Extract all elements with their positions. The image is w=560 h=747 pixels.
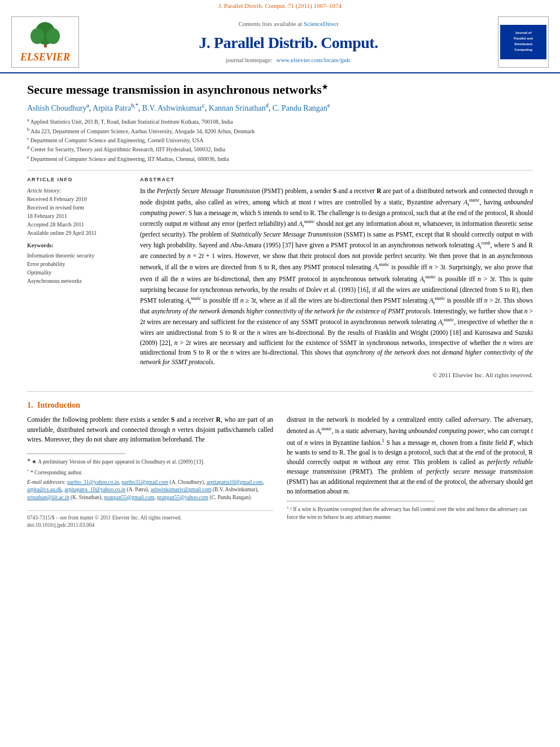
author-rangan: C. Pandu Rangan [272, 104, 327, 112]
main-content: Secure message transmission in asynchron… [0, 73, 560, 541]
intro-two-col: Consider the following problem: there ex… [27, 415, 533, 529]
journal-homepage-line: journal homepage: www.elsevier.com/locat… [226, 56, 351, 64]
title-footnote: ★ [322, 82, 328, 90]
article-info-header: Article Info [27, 176, 129, 184]
abstract-panel: Abstract In the Perfectly Secure Message… [140, 176, 533, 380]
affiliation-e: e Department of Computer Science and Eng… [27, 154, 533, 163]
affiliation-a: a Applied Statistics Unit, 203 B, T, Roa… [27, 117, 533, 126]
footnote-star2: * * Corresponding author. [27, 469, 273, 477]
footnote-1: 1 ¹ If a wire is Byzantine corrupted the… [287, 505, 533, 521]
affil-a-text: Applied Statistics Unit, 203 B, T, Road,… [30, 119, 233, 125]
svg-point-3 [30, 28, 44, 44]
abstract-text: In the Perfectly Secure Message Transmis… [140, 186, 533, 379]
bottom-info: 0743-7315/$ – see front matter © 2011 El… [27, 510, 273, 530]
homepage-prefix: journal homepage: [226, 56, 272, 63]
introduction-section: 1. Introduction Consider the following p… [27, 391, 533, 530]
article-info-panel: Article Info Article history: Received 8… [27, 176, 129, 380]
svg-text:Journal of: Journal of [515, 31, 532, 34]
email-arpita1[interactable]: arpitapatra10@gmail.com [207, 479, 262, 485]
emails-header: E-mail addresses: [27, 479, 66, 485]
elsevier-brand-text: ELSEVIER [20, 50, 70, 64]
journal-header: ELSEVIER Contents lists available at Sci… [0, 12, 560, 73]
received-revised-date: Received in revised form18 February 2011 [27, 203, 129, 220]
email-prangan2[interactable]: prangan55@yahoo.com [157, 495, 208, 500]
email-arpita2[interactable]: arpita@cs.au.dk [27, 487, 62, 492]
intro-col-right: distrust in the network is modeled by a … [287, 415, 533, 529]
affil-c-text: Department of Computer Science and Engin… [30, 137, 204, 143]
journal-title-center: Contents lists available at ScienceDirec… [85, 16, 492, 67]
abstract-header: Abstract [140, 176, 533, 184]
journal-logo-right-text: Journal of Parallel and Distributed Comp… [500, 25, 546, 60]
keywords-section: Keywords: Information theoretic security… [27, 242, 129, 285]
intro-text-left: Consider the following problem: there ex… [27, 415, 273, 444]
authors-line: Ashish Choudhurya, Arpita Patrab,*, B.V.… [27, 102, 533, 113]
email-ashwink[interactable]: ashwinkumariv@gmail.com [151, 487, 212, 492]
svg-text:Parallel and: Parallel and [514, 37, 533, 40]
journal-right-image: Journal of Parallel and Distributed Comp… [504, 27, 543, 55]
accepted-date: Accepted 28 March 2011 [27, 220, 129, 229]
affil-b-text: Ada 223, Department of Computer Science,… [30, 128, 255, 134]
author-srinathan: Kannan Srinathan [209, 104, 266, 112]
journal-logo-right: Journal of Parallel and Distributed Comp… [498, 16, 549, 67]
affiliations-block: a Applied Statistics Unit, 203 B, T, Roa… [27, 117, 533, 163]
issn-line: 0743-7315/$ – see front matter © 2011 El… [27, 514, 273, 522]
affiliation-d: d Center for Security, Theory and Algori… [27, 145, 533, 154]
author-patra: Arpita Patra [93, 104, 131, 112]
received-date: Received 8 February 2010 [27, 195, 129, 203]
history-label: Article history: [27, 186, 129, 195]
svg-text:Computing: Computing [514, 48, 532, 51]
keywords-label: Keywords: [27, 242, 129, 250]
email-partho2[interactable]: partho31@gmail.com [121, 479, 168, 485]
email-partho[interactable]: partho_31@yahoo.co.in [67, 479, 119, 485]
author-choudhury: Ashish Choudhury [27, 104, 86, 112]
elsevier-logo-image [21, 19, 69, 50]
sciencedirect-line: Contents lists available at ScienceDirec… [238, 20, 338, 28]
intro-text-right: distrust in the network is modeled by a … [287, 415, 533, 496]
available-online-date: Available online 29 April 2011 [27, 229, 129, 237]
footnote-star1: ★ ★ A preliminary Version of this paper … [27, 458, 273, 466]
footnote-emails: E-mail addresses: partho_31@yahoo.co.in,… [27, 479, 273, 501]
affiliation-c: c Department of Computer Science and Eng… [27, 136, 533, 145]
intro-heading: 1. Introduction [27, 400, 533, 411]
intro-para-right-1: distrust in the network is modeled by a … [287, 415, 533, 496]
sciencedirect-prefix: Contents lists available at [238, 20, 302, 27]
affil-e-text: Department of Computer Science and Engin… [30, 156, 229, 162]
footnotes-block: ★ ★ A preliminary Version of this paper … [27, 458, 273, 501]
footnote-1-block: 1 ¹ If a wire is Byzantine corrupted the… [287, 505, 533, 521]
copyright-text: © 2011 Elsevier Inc. All rights reserved… [140, 370, 533, 380]
sciencedirect-link[interactable]: ScienceDirect [304, 20, 339, 27]
intro-section-number: 1. [27, 401, 33, 409]
homepage-link[interactable]: www.elsevier.com/locate/jpdc [276, 56, 351, 63]
intro-para-left: Consider the following problem: there ex… [27, 415, 273, 444]
intro-section-title: Introduction [37, 401, 80, 409]
email-prangan1[interactable]: prangan55@gmail.com [104, 495, 154, 500]
article-info-abstract: Article Info Article history: Received 8… [27, 176, 533, 380]
svg-point-4 [46, 28, 60, 44]
email-srinathan[interactable]: srinathan@iiit.ac.in [27, 495, 69, 500]
footnote-divider [27, 453, 125, 455]
affiliation-b: b Ada 223, Department of Computer Scienc… [27, 126, 533, 136]
paper-title: Secure message transmission in asynchron… [27, 82, 533, 97]
footnote-divider-right [287, 501, 435, 502]
elsevier-logo-container: ELSEVIER [11, 16, 79, 67]
keywords-list: Information theoretic security Error pro… [27, 251, 129, 285]
journal-ref-bar: J. Parallel Distrib. Comput. 71 (2011) 1… [0, 0, 560, 12]
paper-title-text: Secure message transmission in asynchron… [27, 82, 322, 97]
section-divider [27, 170, 533, 171]
affil-d-text: Center for Security, Theory and Algorith… [31, 147, 225, 153]
intro-col-left: Consider the following problem: there ex… [27, 415, 273, 529]
journal-main-title: J. Parallel Distrib. Comput. [199, 32, 378, 54]
svg-text:Distributed: Distributed [514, 42, 532, 46]
journal-ref-text: J. Parallel Distrib. Comput. 71 (2011) 1… [218, 2, 342, 9]
article-info-block: Article history: Received 8 February 201… [27, 186, 129, 237]
author-ashwinkumar: B.V. Ashwinkumar [142, 104, 203, 112]
email-arpita3[interactable]: arpitapatra_10@yahoo.co.in [64, 487, 125, 492]
doi-line: doi:10.1016/j.jpdc.2011.03.004 [27, 522, 273, 529]
abstract-paragraph: In the Perfectly Secure Message Transmis… [140, 186, 533, 367]
